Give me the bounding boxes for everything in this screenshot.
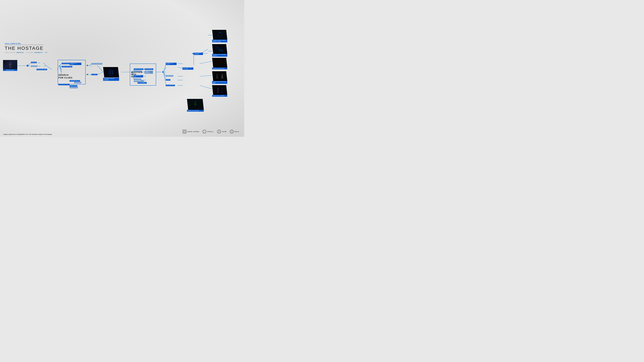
svg-line-22 [97,65,103,72]
mission-start-label: MISSION START [3,69,17,71]
show-legend-control[interactable]: SHOW LEGEND [183,130,199,133]
o-icon: O [230,130,234,133]
svg-point-81 [221,61,222,63]
svg-point-57 [10,62,11,63]
talk-capt-node[interactable]: TALK TO CAPT. ALLEN [36,69,47,70]
scroll-label: SCROLL [207,131,214,132]
completed-label: 100% COMPLETED [5,43,48,44]
stats-row: PUBLIC OPINION SKEPTICAL | SOFTWARE INST… [5,52,48,53]
outcome-failed-node[interactable]: CONNOR FAILED TO REACH DEVIANT IN TIME [212,30,227,42]
svg-line-36 [164,67,166,72]
svg-rect-67 [112,70,112,74]
outcome-leapt-label: CONNOR LEAPT FOR EMMA AND FELL [212,54,227,57]
svg-rect-82 [212,71,227,81]
svg-line-6 [44,66,46,66]
svg-rect-76 [219,49,223,52]
outcome-died-label: CONNOR DIED PROTECTING EMMA [212,81,227,84]
bottom-controls: SHOW LEGEND L SCROLL R ZOOM O BACK [183,130,239,133]
mission-image [3,60,17,69]
zoom-label: ZOOM [222,131,226,132]
back-label: BACK [234,131,239,132]
svg-rect-58 [10,63,11,66]
back-control[interactable]: O BACK [230,130,239,133]
r-icon: R [217,130,221,133]
title-area: 100% COMPLETED THE HOSTAGE PUBLIC OPINIO… [5,43,48,53]
be-honest-node[interactable]: BE HONEST WITH DEVIANT [166,63,176,65]
sacrifice-self-node[interactable]: SACRIFICE SELF [166,75,173,77]
fail-trust-node[interactable]: FAIL TO BUILD TRUST / BUILD TRUST [182,67,193,70]
outcome-leapt-node[interactable]: CONNOR LEAPT FOR EMMA AND FELL [212,44,227,57]
outcome-sniper-node[interactable]: SNIPERS SHOT DEVIANT [212,58,227,69]
svg-point-83 [216,74,218,76]
negotiate-bracket [130,64,156,85]
outcome-died-node[interactable]: CONNOR DIED PROTECTING EMMA [212,71,227,84]
svg-rect-64 [103,67,119,77]
square-icon [183,130,186,133]
outcome-connor-shot-node[interactable]: CONNOR SHOT DEVIANT [187,99,204,112]
deviant-jumps-node[interactable]: DEVIANT JUMPS WITH EMMA [194,53,203,55]
svg-line-42 [178,67,183,68]
public-opinion-value: SKEPTICAL [16,52,24,53]
outcome-deviant-shot-label: DEVIANT SHOT CONNOR [212,95,227,97]
outcome-deviant-shot-node[interactable]: DEVIANT SHOT CONNOR [212,85,227,97]
svg-rect-99 [195,103,196,106]
svg-rect-59 [8,64,10,64]
save-fish-node[interactable]: SAVE FISH [31,62,37,63]
confront-section: CONFRONT DEVIANT OUTSIDE [103,67,119,81]
svg-line-52 [200,61,212,64]
page-container: 100% COMPLETED THE HOSTAGE PUBLIC OPINIO… [0,0,244,137]
search-bracket [58,60,86,84]
wasted-time-node[interactable]: WASTED TOO MUCH TIME [92,63,102,64]
get-close-node[interactable]: GET CLOSE ENOUGH [166,85,175,86]
chapter-title: THE HOSTAGE [5,45,48,51]
svg-point-85 [221,74,223,76]
svg-rect-68 [108,75,114,76]
svg-rect-91 [221,90,223,93]
software-extra: ??? [45,52,47,53]
svg-rect-66 [110,70,110,74]
diamond-1 [26,64,29,67]
outcome-sniper-label: SNIPERS SHOT DEVIANT [212,67,227,69]
svg-line-40 [164,72,166,85]
title-divider [5,45,43,45]
diamond-4 [162,71,164,73]
take-cops-gun-node[interactable]: TAKE COP'S GUN [70,85,77,87]
leave-cops-gun-node[interactable]: LEAVE COP'S GUN [70,87,78,88]
svg-line-23 [97,72,103,75]
diamond-2 [87,65,88,66]
svg-line-54 [200,85,212,89]
software-label: SOFTWARE [26,52,33,53]
outcome-failed-label: CONNOR FAILED TO REACH DEVIANT IN TIME [212,39,227,42]
software-value: INSTABILITY [34,52,42,53]
svg-point-72 [219,32,220,33]
svg-rect-89 [217,90,219,93]
divider1: | [25,52,25,53]
svg-rect-60 [11,64,12,64]
zoom-control[interactable]: R ZOOM [217,130,226,133]
l-icon: L [202,130,206,133]
svg-line-4 [44,63,46,66]
flow-lines [0,0,244,137]
svg-rect-86 [221,76,223,79]
completed-text: COMPLETED [10,43,21,44]
svg-rect-100 [184,131,185,132]
svg-point-90 [221,87,223,89]
mission-image-inner [3,60,17,69]
svg-rect-87 [212,85,227,95]
svg-point-88 [217,87,219,89]
completed-pct: 100% [5,43,9,44]
go-outside-node[interactable]: GO OUTSIDE [92,74,98,75]
svg-line-53 [200,75,212,76]
mission-start-node[interactable]: MISSION START [3,60,17,71]
footer-text: Images captured on a PlayStation 4 Pro. … [3,134,52,135]
show-legend-label: SHOW LEGEND [187,131,199,132]
diamond-3 [87,74,88,75]
divider2: | [44,52,44,53]
svg-line-19 [90,65,92,66]
svg-rect-84 [216,76,218,79]
leave-fish-node[interactable]: LEAVE FISH [31,65,37,67]
confront-label: CONFRONT DEVIANT OUTSIDE [104,78,114,80]
scroll-control[interactable]: L SCROLL [202,130,214,133]
public-opinion-label: PUBLIC OPINION [5,52,16,53]
use-gun-node[interactable]: USE GUN [166,79,170,81]
